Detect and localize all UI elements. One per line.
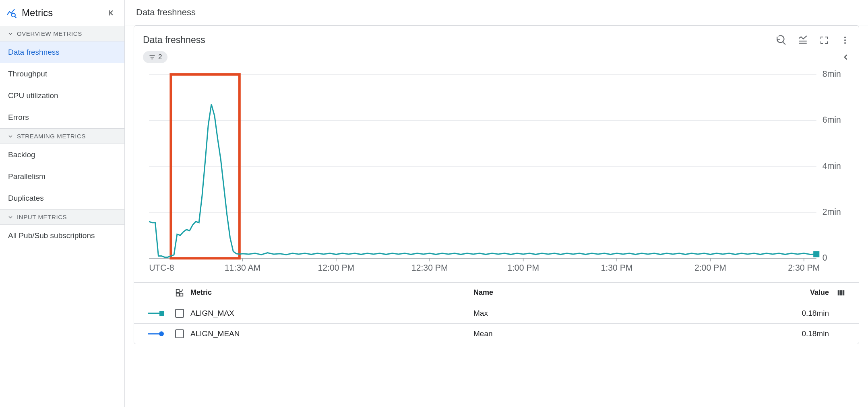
chevron-down-icon: [7, 133, 14, 140]
series-end-marker: [813, 251, 819, 257]
sidebar-nav: OVERVIEW METRICSData freshnessThroughput…: [0, 26, 124, 247]
svg-point-6: [844, 37, 846, 38]
svg-point-7: [844, 39, 846, 41]
sidebar-title: Metrics: [22, 7, 53, 18]
x-tick-label: 2:30 PM: [788, 263, 820, 272]
column-selector-icon[interactable]: [173, 288, 186, 297]
legend-row[interactable]: ALIGN_MEANMean0.18min: [134, 323, 859, 344]
filter-chip[interactable]: 2: [143, 51, 167, 63]
y-tick-label: 6min: [823, 115, 841, 124]
series-checkbox[interactable]: [175, 309, 184, 318]
reset-zoom-button[interactable]: [776, 35, 786, 45]
svg-rect-21: [176, 289, 179, 292]
legend-toggle-button[interactable]: [798, 35, 808, 45]
legend-metric: ALIGN_MEAN: [190, 329, 469, 338]
legend-metric: ALIGN_MAX: [190, 309, 469, 318]
sidebar-item[interactable]: Backlog: [0, 144, 124, 166]
chevron-down-icon: [7, 31, 14, 37]
metrics-icon: [6, 8, 17, 18]
series-checkbox[interactable]: [175, 329, 184, 338]
series-marker: [144, 310, 169, 316]
svg-rect-23: [180, 293, 183, 296]
page-title: Data freshness: [125, 0, 868, 25]
x-tick-label: 12:00 PM: [318, 263, 355, 272]
line-chart[interactable]: 02min4min6min8minUTC-811:30 AM12:00 PM12…: [143, 70, 850, 277]
svg-rect-22: [176, 293, 179, 296]
collapse-sidebar-button[interactable]: [107, 8, 116, 17]
svg-rect-25: [840, 290, 842, 295]
y-tick-label: 4min: [823, 161, 841, 171]
legend-name: Max: [473, 309, 752, 318]
y-tick-label: 0: [823, 253, 827, 262]
card-title: Data freshness: [143, 35, 205, 45]
svg-line-3: [783, 42, 785, 44]
chart-card: Data freshness: [134, 25, 859, 344]
sidebar-item[interactable]: Throughput: [0, 63, 124, 85]
sidebar-item[interactable]: All Pub/Sub subscriptions: [0, 225, 124, 247]
card-toolbar: [776, 35, 850, 45]
legend-row[interactable]: ALIGN_MAXMax0.18min: [134, 303, 859, 323]
y-tick-label: 8min: [823, 70, 841, 78]
svg-line-1: [15, 16, 16, 18]
sidebar-item[interactable]: Data freshness: [0, 41, 124, 63]
filter-icon: [149, 53, 156, 61]
x-tick-label: 1:00 PM: [507, 263, 539, 272]
sidebar-item[interactable]: Parallelism: [0, 166, 124, 187]
svg-rect-28: [159, 311, 164, 316]
fullscreen-button[interactable]: [819, 35, 829, 45]
column-layout-icon[interactable]: [833, 288, 849, 297]
sidebar-section-head[interactable]: OVERVIEW METRICS: [0, 26, 124, 41]
svg-rect-26: [843, 290, 845, 295]
chart-area[interactable]: 02min4min6min8minUTC-811:30 AM12:00 PM12…: [143, 70, 850, 277]
chevron-down-icon: [7, 214, 14, 220]
svg-point-8: [844, 42, 846, 44]
sidebar-header: Metrics: [0, 0, 124, 26]
sidebar-section-head[interactable]: STREAMING METRICS: [0, 128, 124, 144]
more-menu-button[interactable]: [840, 35, 850, 45]
x-tick-label: 1:30 PM: [601, 263, 633, 272]
series-marker: [144, 331, 169, 337]
sidebar-item[interactable]: CPU utilization: [0, 85, 124, 107]
sidebar-item[interactable]: Duplicates: [0, 187, 124, 209]
sidebar: Metrics OVERVIEW METRICSData freshnessTh…: [0, 0, 125, 407]
legend-table: Metric Name Value ALIGN_MAXMax0.18minALI…: [134, 282, 859, 344]
timezone-label: UTC-8: [149, 263, 174, 272]
legend-col-name: Name: [473, 288, 752, 297]
x-tick-label: 11:30 AM: [225, 263, 261, 272]
legend-value: 0.18min: [756, 309, 829, 318]
filter-chip-count: 2: [158, 53, 162, 61]
legend-value: 0.18min: [756, 329, 829, 338]
legend-name: Mean: [473, 329, 752, 338]
series-line: [149, 104, 816, 257]
main: Data freshness Data freshness: [125, 0, 868, 407]
legend-col-value: Value: [756, 288, 829, 297]
x-tick-label: 2:00 PM: [694, 263, 726, 272]
sidebar-section-head[interactable]: INPUT METRICS: [0, 209, 124, 225]
svg-rect-24: [838, 290, 840, 295]
y-tick-label: 2min: [823, 207, 841, 216]
sidebar-item[interactable]: Errors: [0, 107, 124, 128]
svg-point-30: [159, 331, 164, 336]
x-tick-label: 12:30 PM: [411, 263, 448, 272]
collapse-legend-button[interactable]: [842, 53, 850, 61]
legend-col-metric: Metric: [190, 288, 469, 297]
